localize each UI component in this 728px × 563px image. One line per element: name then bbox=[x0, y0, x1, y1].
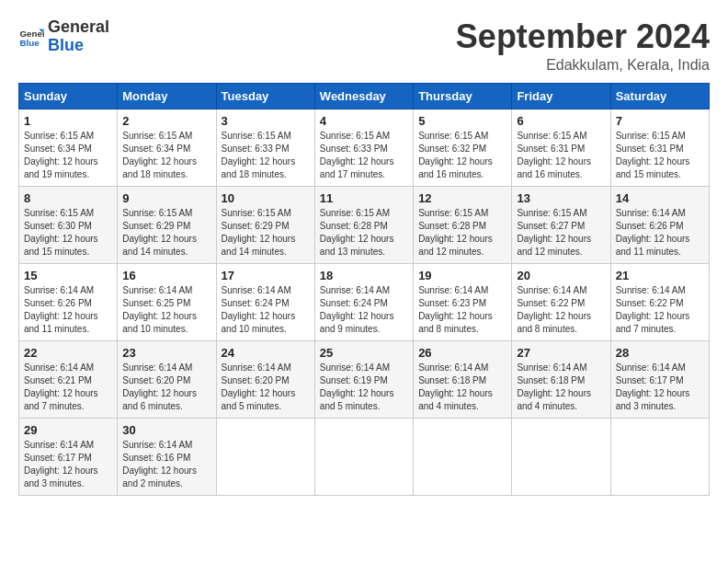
empty-cell bbox=[314, 418, 413, 495]
calendar-table: Sunday Monday Tuesday Wednesday Thursday… bbox=[18, 83, 710, 496]
title-area: September 2024 Edakkulam, Kerala, India bbox=[456, 18, 710, 74]
table-row: 1 Sunrise: 6:15 AMSunset: 6:34 PMDayligh… bbox=[19, 109, 118, 186]
table-row: 29 Sunrise: 6:14 AMSunset: 6:17 PMDaylig… bbox=[19, 418, 118, 495]
table-row: 15 Sunrise: 6:14 AMSunset: 6:26 PMDaylig… bbox=[19, 263, 118, 340]
table-row: 23 Sunrise: 6:14 AMSunset: 6:20 PMDaylig… bbox=[118, 340, 216, 418]
header-monday: Monday bbox=[118, 83, 216, 109]
empty-cell bbox=[216, 418, 314, 495]
header: General Blue General Blue September 2024… bbox=[18, 18, 710, 74]
logo-text-general: General bbox=[48, 18, 109, 37]
logo: General Blue General Blue bbox=[18, 18, 109, 55]
table-row: 24 Sunrise: 6:14 AMSunset: 6:20 PMDaylig… bbox=[216, 340, 314, 418]
header-saturday: Saturday bbox=[610, 83, 709, 109]
svg-text:Blue: Blue bbox=[19, 38, 40, 48]
table-row: 11 Sunrise: 6:15 AMSunset: 6:28 PMDaylig… bbox=[314, 186, 413, 263]
table-row: 14 Sunrise: 6:14 AMSunset: 6:26 PMDaylig… bbox=[610, 186, 709, 263]
table-row: 7 Sunrise: 6:15 AMSunset: 6:31 PMDayligh… bbox=[610, 109, 709, 186]
week-row-4: 22 Sunrise: 6:14 AMSunset: 6:21 PMDaylig… bbox=[19, 340, 710, 418]
empty-cell bbox=[512, 418, 610, 495]
table-row: 26 Sunrise: 6:14 AMSunset: 6:18 PMDaylig… bbox=[414, 340, 512, 418]
table-row: 18 Sunrise: 6:14 AMSunset: 6:24 PMDaylig… bbox=[314, 263, 413, 340]
table-row: 30 Sunrise: 6:14 AMSunset: 6:16 PMDaylig… bbox=[118, 418, 216, 495]
location-title: Edakkulam, Kerala, India bbox=[456, 57, 710, 74]
table-row: 4 Sunrise: 6:15 AMSunset: 6:33 PMDayligh… bbox=[314, 109, 413, 186]
table-row: 22 Sunrise: 6:14 AMSunset: 6:21 PMDaylig… bbox=[19, 340, 118, 418]
table-row: 5 Sunrise: 6:15 AMSunset: 6:32 PMDayligh… bbox=[414, 109, 512, 186]
week-row-3: 15 Sunrise: 6:14 AMSunset: 6:26 PMDaylig… bbox=[19, 263, 710, 340]
logo-icon: General Blue bbox=[18, 24, 44, 50]
header-thursday: Thursday bbox=[414, 83, 512, 109]
table-row: 8 Sunrise: 6:15 AMSunset: 6:30 PMDayligh… bbox=[19, 186, 118, 263]
empty-cell bbox=[610, 418, 709, 495]
table-row: 17 Sunrise: 6:14 AMSunset: 6:24 PMDaylig… bbox=[216, 263, 314, 340]
week-row-1: 1 Sunrise: 6:15 AMSunset: 6:34 PMDayligh… bbox=[19, 109, 710, 186]
table-row: 25 Sunrise: 6:14 AMSunset: 6:19 PMDaylig… bbox=[314, 340, 413, 418]
empty-cell bbox=[414, 418, 512, 495]
table-row: 21 Sunrise: 6:14 AMSunset: 6:22 PMDaylig… bbox=[610, 263, 709, 340]
logo-text-blue: Blue bbox=[48, 37, 109, 55]
table-row: 12 Sunrise: 6:15 AMSunset: 6:28 PMDaylig… bbox=[414, 186, 512, 263]
table-row: 2 Sunrise: 6:15 AMSunset: 6:34 PMDayligh… bbox=[118, 109, 216, 186]
table-row: 27 Sunrise: 6:14 AMSunset: 6:18 PMDaylig… bbox=[512, 340, 610, 418]
table-row: 13 Sunrise: 6:15 AMSunset: 6:27 PMDaylig… bbox=[512, 186, 610, 263]
table-row: 19 Sunrise: 6:14 AMSunset: 6:23 PMDaylig… bbox=[414, 263, 512, 340]
header-wednesday: Wednesday bbox=[314, 83, 413, 109]
table-row: 28 Sunrise: 6:14 AMSunset: 6:17 PMDaylig… bbox=[610, 340, 709, 418]
month-title: September 2024 bbox=[456, 18, 710, 55]
week-row-5: 29 Sunrise: 6:14 AMSunset: 6:17 PMDaylig… bbox=[19, 418, 710, 495]
table-row: 10 Sunrise: 6:15 AMSunset: 6:29 PMDaylig… bbox=[216, 186, 314, 263]
week-row-2: 8 Sunrise: 6:15 AMSunset: 6:30 PMDayligh… bbox=[19, 186, 710, 263]
table-row: 3 Sunrise: 6:15 AMSunset: 6:33 PMDayligh… bbox=[216, 109, 314, 186]
header-sunday: Sunday bbox=[19, 83, 118, 109]
day-headers-row: Sunday Monday Tuesday Wednesday Thursday… bbox=[19, 83, 710, 109]
table-row: 20 Sunrise: 6:14 AMSunset: 6:22 PMDaylig… bbox=[512, 263, 610, 340]
header-friday: Friday bbox=[512, 83, 610, 109]
table-row: 16 Sunrise: 6:14 AMSunset: 6:25 PMDaylig… bbox=[118, 263, 216, 340]
table-row: 9 Sunrise: 6:15 AMSunset: 6:29 PMDayligh… bbox=[118, 186, 216, 263]
table-row: 6 Sunrise: 6:15 AMSunset: 6:31 PMDayligh… bbox=[512, 109, 610, 186]
header-tuesday: Tuesday bbox=[216, 83, 314, 109]
